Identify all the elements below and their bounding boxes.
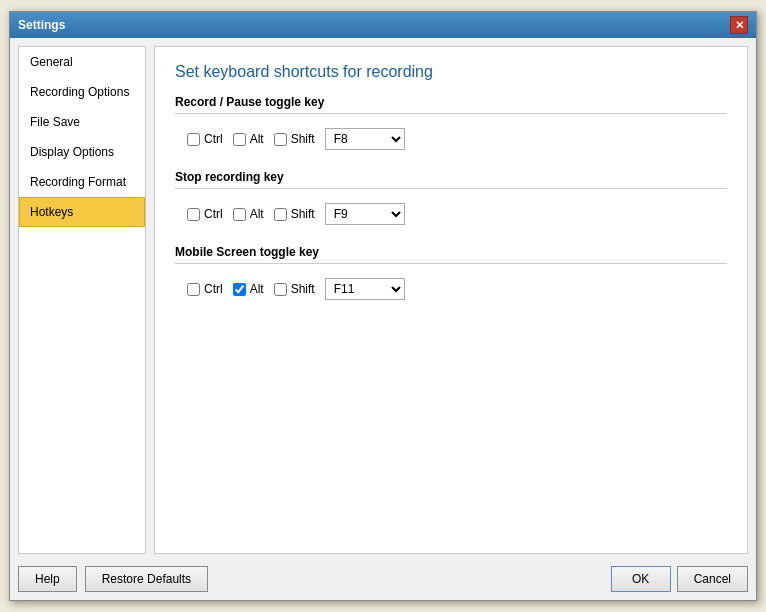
- ctrl-label-stop-recording: Ctrl: [204, 207, 223, 221]
- shift-group-mobile-screen: Shift: [274, 282, 315, 296]
- key-select-record-pause[interactable]: F1F2F3F4F5F6F7F8F9F10F11F12: [325, 128, 405, 150]
- sidebar-item-display-options[interactable]: Display Options: [19, 137, 145, 167]
- key-select-mobile-screen[interactable]: F1F2F3F4F5F6F7F8F9F10F11F12: [325, 278, 405, 300]
- section-header-record-pause: Record / Pause toggle key: [175, 95, 727, 114]
- key-row-mobile-screen: CtrlAltShiftF1F2F3F4F5F6F7F8F9F10F11F12: [175, 272, 727, 312]
- ctrl-checkbox-record-pause[interactable]: [187, 133, 200, 146]
- sidebar-item-recording-options[interactable]: Recording Options: [19, 77, 145, 107]
- alt-label-stop-recording: Alt: [250, 207, 264, 221]
- section-record-pause: Record / Pause toggle keyCtrlAltShiftF1F…: [175, 95, 727, 162]
- section-stop-recording: Stop recording keyCtrlAltShiftF1F2F3F4F5…: [175, 170, 727, 237]
- sidebar-item-recording-format[interactable]: Recording Format: [19, 167, 145, 197]
- ctrl-group-stop-recording: Ctrl: [187, 207, 223, 221]
- shift-group-record-pause: Shift: [274, 132, 315, 146]
- shift-checkbox-stop-recording[interactable]: [274, 208, 287, 221]
- shift-label-record-pause: Shift: [291, 132, 315, 146]
- section-header-mobile-screen: Mobile Screen toggle key: [175, 245, 727, 264]
- shift-label-stop-recording: Shift: [291, 207, 315, 221]
- key-select-stop-recording[interactable]: F1F2F3F4F5F6F7F8F9F10F11F12: [325, 203, 405, 225]
- shift-group-stop-recording: Shift: [274, 207, 315, 221]
- alt-checkbox-stop-recording[interactable]: [233, 208, 246, 221]
- shift-checkbox-record-pause[interactable]: [274, 133, 287, 146]
- ctrl-checkbox-stop-recording[interactable]: [187, 208, 200, 221]
- ctrl-group-mobile-screen: Ctrl: [187, 282, 223, 296]
- alt-checkbox-record-pause[interactable]: [233, 133, 246, 146]
- alt-label-record-pause: Alt: [250, 132, 264, 146]
- window-body: GeneralRecording OptionsFile SaveDisplay…: [10, 38, 756, 600]
- main-area: GeneralRecording OptionsFile SaveDisplay…: [18, 46, 748, 554]
- section-header-stop-recording: Stop recording key: [175, 170, 727, 189]
- ok-button[interactable]: OK: [611, 566, 671, 592]
- key-row-record-pause: CtrlAltShiftF1F2F3F4F5F6F7F8F9F10F11F12: [175, 122, 727, 162]
- content-title: Set keyboard shortcuts for recording: [175, 63, 727, 81]
- restore-defaults-button[interactable]: Restore Defaults: [85, 566, 208, 592]
- shift-label-mobile-screen: Shift: [291, 282, 315, 296]
- ctrl-label-mobile-screen: Ctrl: [204, 282, 223, 296]
- shift-checkbox-mobile-screen[interactable]: [274, 283, 287, 296]
- sidebar-item-hotkeys[interactable]: Hotkeys: [19, 197, 145, 227]
- sidebar-item-file-save[interactable]: File Save: [19, 107, 145, 137]
- settings-window: Settings ✕ GeneralRecording OptionsFile …: [9, 11, 757, 601]
- title-bar: Settings ✕: [10, 12, 756, 38]
- content-panel: Set keyboard shortcuts for recording Rec…: [154, 46, 748, 554]
- help-button[interactable]: Help: [18, 566, 77, 592]
- key-row-stop-recording: CtrlAltShiftF1F2F3F4F5F6F7F8F9F10F11F12: [175, 197, 727, 237]
- footer: Help Restore Defaults OK Cancel: [18, 562, 748, 592]
- ctrl-group-record-pause: Ctrl: [187, 132, 223, 146]
- footer-right: OK Cancel: [611, 566, 748, 592]
- footer-left: Help Restore Defaults: [18, 566, 208, 592]
- alt-group-mobile-screen: Alt: [233, 282, 264, 296]
- cancel-button[interactable]: Cancel: [677, 566, 748, 592]
- window-title: Settings: [18, 18, 65, 32]
- close-button[interactable]: ✕: [730, 16, 748, 34]
- alt-group-record-pause: Alt: [233, 132, 264, 146]
- ctrl-checkbox-mobile-screen[interactable]: [187, 283, 200, 296]
- sidebar-item-general[interactable]: General: [19, 47, 145, 77]
- alt-group-stop-recording: Alt: [233, 207, 264, 221]
- section-mobile-screen: Mobile Screen toggle keyCtrlAltShiftF1F2…: [175, 245, 727, 312]
- alt-checkbox-mobile-screen[interactable]: [233, 283, 246, 296]
- sidebar: GeneralRecording OptionsFile SaveDisplay…: [18, 46, 146, 554]
- alt-label-mobile-screen: Alt: [250, 282, 264, 296]
- ctrl-label-record-pause: Ctrl: [204, 132, 223, 146]
